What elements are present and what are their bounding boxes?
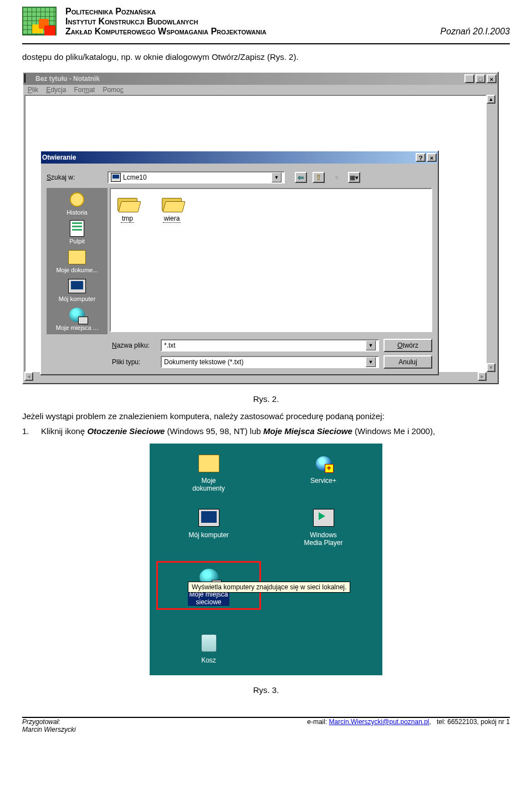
network-places-icon <box>69 308 85 322</box>
dropdown-arrow-icon[interactable]: ▼ <box>366 357 376 367</box>
footer-contact: e-mail: Marcin.Wierszycki@put.poznan.pl,… <box>307 718 510 733</box>
close-button[interactable]: × <box>487 74 497 83</box>
dropdown-arrow-icon[interactable]: ▼ <box>272 172 282 182</box>
tooltip: Wyświetla komputery znajdujące się w sie… <box>188 582 350 593</box>
dialog-close-button[interactable]: × <box>427 153 437 162</box>
dialog-titlebar[interactable]: Otwieranie ? × <box>41 151 438 164</box>
dropdown-arrow-icon[interactable]: ▼ <box>366 340 376 350</box>
open-file-dialog: Otwieranie ? × Szukaj w: Lcme10 ▼ <box>40 150 439 375</box>
figure-caption-2: Rys. 2. <box>22 394 510 404</box>
mediaplayer-icon <box>313 509 334 527</box>
desktop-icon-serviceplus[interactable]: Service+ <box>274 452 372 492</box>
step-number: 1. <box>22 426 41 436</box>
header-line1: Politechnika Poznańska <box>65 7 510 17</box>
cancel-button[interactable]: Anuluj <box>383 355 432 369</box>
folder-icon <box>116 195 139 212</box>
filetype-label: Pliki typu: <box>112 358 156 366</box>
folder-item[interactable]: tmp <box>116 195 139 222</box>
screenshot-open-dialog: Bez tytułu - Notatnik _ □ × Plik Edycja … <box>22 72 499 384</box>
header-date: Poznań 20.I.2003 <box>441 27 510 37</box>
notepad-menubar: Plik Edycja Format Pomoc <box>23 85 498 95</box>
filename-label: Nazwa pliku: <box>112 342 156 349</box>
computer-icon <box>68 279 86 293</box>
desktop-icon-recyclebin[interactable]: Kosz <box>160 632 258 664</box>
desktop-icon-network-places[interactable]: Moje miejsca sieciowe Wyświetla komputer… <box>160 561 258 610</box>
lookin-label: Szukaj w: <box>47 174 102 181</box>
lookin-value: Lcme10 <box>123 174 147 181</box>
scroll-up-button[interactable]: ▲ <box>487 95 495 104</box>
folder-icon <box>161 195 183 212</box>
desktop-icon-mediaplayer[interactable]: Windows Media Player <box>274 507 372 547</box>
monitor-icon <box>198 509 219 527</box>
place-desktop[interactable]: Pulpit <box>49 220 105 244</box>
nav-up-button[interactable]: ⇧ <box>313 172 325 183</box>
desktop-icon <box>70 220 84 237</box>
filename-input[interactable]: *.txt ▼ <box>161 339 379 351</box>
dialog-title: Otwieranie <box>42 154 76 161</box>
recyclebin-icon <box>201 634 217 652</box>
history-icon <box>70 192 84 207</box>
scroll-down-button[interactable]: ▼ <box>487 363 495 372</box>
highlight-box: Moje miejsca sieciowe Wyświetla komputer… <box>156 561 261 610</box>
notepad-app-icon <box>24 74 33 83</box>
desktop-icon-documents[interactable]: Moje dokumenty <box>160 452 258 492</box>
place-history[interactable]: Historia <box>49 191 105 216</box>
screenshot-desktop-icons: Moje dokumenty Service+ Mój komputer Win… <box>150 444 382 675</box>
header-line3: Zakład Komputerowego Wspomagania Projekt… <box>65 27 267 37</box>
lookin-dropdown[interactable]: Lcme10 ▼ <box>108 171 285 184</box>
header-line2: Instytut Konstrukcji Budowlanych <box>65 17 510 27</box>
menu-format[interactable]: Format <box>74 86 95 94</box>
vertical-scrollbar[interactable]: ▲ ▼ <box>487 95 497 372</box>
filetype-dropdown[interactable]: Dokumenty tekstowe (*.txt) ▼ <box>161 356 379 368</box>
institution-logo <box>22 7 62 41</box>
places-bar: Historia Pulpit Moje dokume... Mój kompu… <box>47 188 108 334</box>
file-list-pane[interactable]: tmp wiera <box>110 188 432 332</box>
maximize-button[interactable]: □ <box>475 74 485 83</box>
figure-caption-3: Rys. 3. <box>22 685 510 695</box>
nav-back-button[interactable]: ⇐ <box>295 172 307 183</box>
menu-help[interactable]: Pomoc <box>103 86 123 94</box>
scroll-left-button[interactable]: ◄ <box>24 372 33 381</box>
serviceplus-icon <box>316 456 331 471</box>
notepad-titlebar[interactable]: Bez tytułu - Notatnik _ □ × <box>23 73 498 85</box>
menu-edit[interactable]: Edycja <box>46 86 66 94</box>
documents-icon <box>68 250 86 264</box>
folder-item[interactable]: wiera <box>161 195 183 222</box>
place-network[interactable]: Moje miejsca ... <box>49 307 105 331</box>
step-text: Kliknij ikonę Otoczenie Sieciowe (Window… <box>41 426 435 436</box>
scroll-right-button[interactable]: ► <box>478 372 487 381</box>
problem-paragraph: Jeżeli wystąpi problem ze znalezieniem k… <box>22 411 510 421</box>
dialog-help-button[interactable]: ? <box>416 153 426 162</box>
place-documents[interactable]: Moje dokume... <box>49 249 105 273</box>
computer-icon <box>111 173 121 182</box>
nav-newfolder-button: ✶ <box>330 172 342 183</box>
intro-paragraph: dostępu do pliku/katalogu, np. w oknie d… <box>22 52 510 62</box>
page-header: Politechnika Poznańska Instytut Konstruk… <box>22 0 510 44</box>
footer-author: Przygotował: Marcin Wierszycki <box>22 718 76 733</box>
email-link[interactable]: Marcin.Wierszycki@put.poznan.pl <box>329 718 429 726</box>
menu-file[interactable]: Plik <box>28 86 38 94</box>
notepad-title: Bez tytułu - Notatnik <box>35 75 100 83</box>
place-computer[interactable]: Mój komputer <box>49 278 105 302</box>
open-button[interactable]: Otwórz <box>383 339 432 352</box>
minimize-button[interactable]: _ <box>464 74 474 83</box>
folder-icon <box>198 455 219 472</box>
nav-view-button[interactable]: ▦▾ <box>348 172 360 183</box>
desktop-icon-mycomputer[interactable]: Mój komputer <box>160 507 258 547</box>
